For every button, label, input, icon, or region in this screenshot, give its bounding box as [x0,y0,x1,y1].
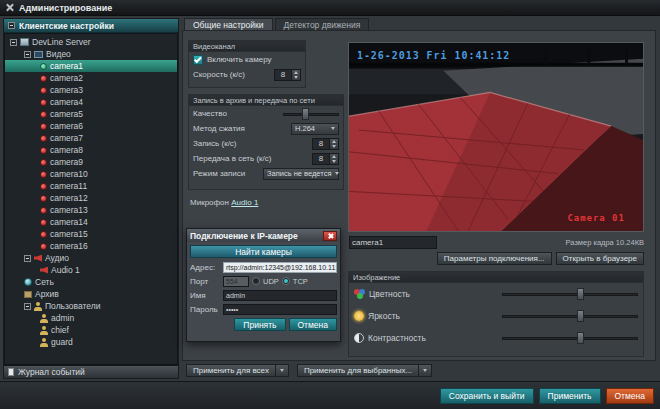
video-group-icon [34,51,43,58]
contrast-icon [354,333,364,343]
archive-icon [24,291,32,298]
apply-for-all-dropdown[interactable] [276,364,289,377]
username-input[interactable]: admin [223,290,337,301]
user-icon [40,338,48,347]
tree-item-camera1[interactable]: camera1 [5,60,177,72]
apply-for-all-button[interactable]: Применить для всех [186,364,276,377]
sidebar-footer-events-log[interactable]: Журнал событий [4,365,178,378]
image-settings-group: Изображение Цветность Яркость Контрастно… [348,271,644,357]
slider-handle[interactable] [577,288,584,300]
apply-for-selected-button[interactable]: Применить для выбранных... [297,364,419,377]
spinner-arrows-icon[interactable] [292,69,301,81]
port-input[interactable]: 554 [223,276,249,287]
tree-item-camera4[interactable]: camera4 [5,96,177,108]
speed-spinner[interactable]: 8 [274,69,301,81]
sidebar: Клиентские настройки DevLine Server Виде… [3,18,179,379]
brightness-icon [354,311,364,321]
camera-icon [40,99,47,106]
network-icon [24,278,32,286]
spinner-arrows-icon[interactable] [330,138,339,150]
camera-icon [40,219,47,226]
user-icon [40,326,48,335]
tree-item-camera11[interactable]: camera11 [5,180,177,192]
tree-item-audio-group[interactable]: Аудио [5,252,177,264]
tree-item-camera16[interactable]: camera16 [5,240,177,252]
sidebar-header-client-settings[interactable]: Клиентские настройки [4,19,178,33]
chevron-down-icon [280,369,284,372]
open-in-browser-button[interactable]: Открыть в браузере [556,252,644,265]
device-tree: DevLine Server Видео camera1 camera2 cam… [4,33,178,365]
expander-icon[interactable] [10,39,17,46]
tree-item-camera13[interactable]: camera13 [5,204,177,216]
expander-icon[interactable] [24,303,31,310]
bottom-bar: Сохранить и выйти Применить Отмена [0,381,660,409]
password-input[interactable]: ••••• [223,304,337,315]
video-channel-group: Видеоканал Включить камеру Скорость (к/с… [188,40,306,88]
tree-item-camera6[interactable]: camera6 [5,120,177,132]
camera-icon [40,87,47,94]
quality-slider[interactable] [283,108,339,120]
hue-slider[interactable] [502,288,638,300]
apply-for-selected-dropdown[interactable] [419,364,432,377]
dialog-cancel-button[interactable]: Отмена [289,318,338,331]
tree-item-video-group[interactable]: Видео [5,48,177,60]
record-mode-select[interactable]: Запись не ведется [263,168,339,180]
tree-item-camera12[interactable]: camera12 [5,192,177,204]
slider-handle[interactable] [577,332,584,344]
server-icon [20,38,29,46]
tree-item-user-chief[interactable]: chief [5,324,177,336]
udp-radio[interactable] [252,277,260,285]
expander-icon[interactable] [24,51,31,58]
tree-item-archive[interactable]: Архив [5,288,177,300]
apply-button[interactable]: Применить [539,388,601,404]
tree-item-network[interactable]: Сеть [5,276,177,288]
camera-icon [40,123,47,130]
dialog-accept-button[interactable]: Принять [234,318,285,331]
tree-item-users-group[interactable]: Пользователи [5,300,177,312]
find-cameras-button[interactable]: Найти камеры [190,245,337,258]
tree-item-camera7[interactable]: camera7 [5,132,177,144]
brightness-slider[interactable] [502,310,638,322]
contrast-slider[interactable] [502,332,638,344]
tree-item-camera14[interactable]: camera14 [5,216,177,228]
ip-camera-dialog: Подключение к IP-камере Найти камеры Адр… [186,228,341,342]
tree-item-camera2[interactable]: camera2 [5,72,177,84]
net-fps-spinner[interactable]: 8 [312,153,339,165]
address-input[interactable]: rtsp://admin:12345@192.168.10.11:554 [223,262,337,273]
microphone-line: Микрофон Audio 1 [190,198,258,207]
camera-icon [40,159,47,166]
compression-select[interactable]: H.264 [291,123,339,135]
microphone-link[interactable]: Audio 1 [231,198,258,207]
collapse-icon[interactable] [8,22,15,29]
users-group-icon [34,302,42,311]
tree-item-user-admin[interactable]: admin [5,312,177,324]
window-title: Администрирование [19,3,112,13]
tree-item-camera15[interactable]: camera15 [5,228,177,240]
chevron-down-icon [335,172,339,175]
connection-params-button[interactable]: Параметры подключения... [437,252,552,265]
spinner-arrows-icon[interactable] [330,153,339,165]
chevron-down-icon [423,369,427,372]
enable-camera-checkbox[interactable] [193,55,203,65]
tree-item-camera3[interactable]: camera3 [5,84,177,96]
tree-item-camera8[interactable]: camera8 [5,144,177,156]
tree-item-user-guard[interactable]: guard [5,336,177,348]
tree-item-camera10[interactable]: camera10 [5,168,177,180]
slider-handle[interactable] [302,108,309,120]
save-and-exit-button[interactable]: Сохранить и выйти [440,388,534,404]
cancel-button[interactable]: Отмена [606,388,655,404]
tcp-radio[interactable] [282,277,290,285]
tree-item-audio1[interactable]: Audio 1 [5,264,177,276]
video-timestamp-overlay: 1-26-2013 Fri 10:41:12 [357,50,510,61]
frame-size-label: Размер кадра 10.24КВ [470,238,644,247]
record-fps-spinner[interactable]: 8 [312,138,339,150]
camera-preview: 1-26-2013 Fri 10:41:12 Camera 01 [348,42,644,232]
camera-name-input[interactable]: camera1 [349,236,437,249]
dialog-close-button[interactable] [323,231,337,241]
camera-icon [40,207,47,214]
tree-item-server[interactable]: DevLine Server [5,36,177,48]
tree-item-camera5[interactable]: camera5 [5,108,177,120]
slider-handle[interactable] [577,310,584,322]
tree-item-camera9[interactable]: camera9 [5,156,177,168]
expander-icon[interactable] [24,255,31,262]
